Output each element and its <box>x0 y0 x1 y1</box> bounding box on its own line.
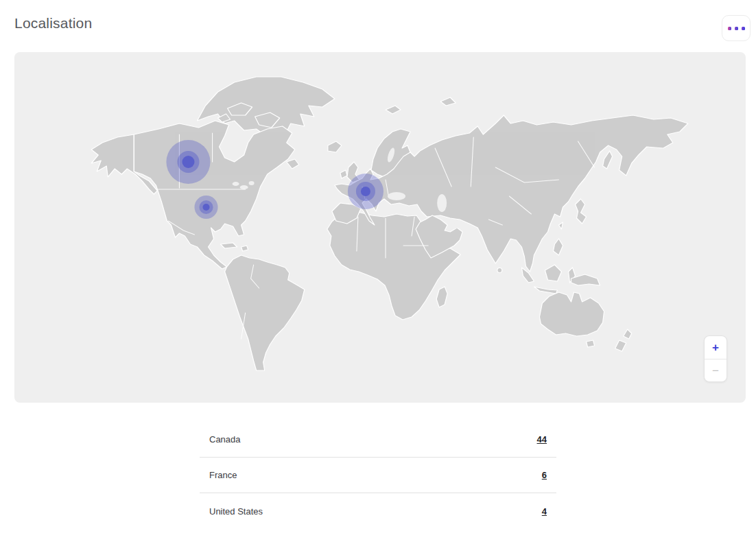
map-bubble-france[interactable] <box>348 174 383 209</box>
country-value-link[interactable]: 44 <box>537 434 547 445</box>
zoom-in-button[interactable]: + <box>705 336 727 359</box>
bubble-circle <box>182 156 194 168</box>
country-label: France <box>209 470 237 480</box>
country-value-link[interactable]: 4 <box>542 506 547 517</box>
page-title: Localisation <box>14 15 92 32</box>
table-row-canada: Canada 44 <box>200 422 556 458</box>
country-label: United States <box>209 506 263 517</box>
map-land <box>91 77 688 370</box>
table-row-united-states: United States 4 <box>200 493 556 529</box>
ellipsis-icon <box>728 27 745 30</box>
world-map[interactable]: + − <box>14 52 746 403</box>
table-row-france: France 6 <box>200 458 556 493</box>
card-menu-button[interactable] <box>722 15 751 41</box>
bubble-circle <box>361 187 370 196</box>
card-header: Localisation <box>0 0 756 52</box>
map-bubble-canada[interactable] <box>166 140 210 184</box>
bubble-circle <box>203 204 210 211</box>
map-zoom-control: + − <box>704 335 727 382</box>
country-label: Canada <box>209 434 241 445</box>
zoom-out-button[interactable]: − <box>705 359 727 381</box>
country-value-link[interactable]: 6 <box>542 470 547 480</box>
country-table: Canada 44 France 6 United States 4 <box>200 422 556 529</box>
map-bubble-united-states[interactable] <box>194 196 217 219</box>
